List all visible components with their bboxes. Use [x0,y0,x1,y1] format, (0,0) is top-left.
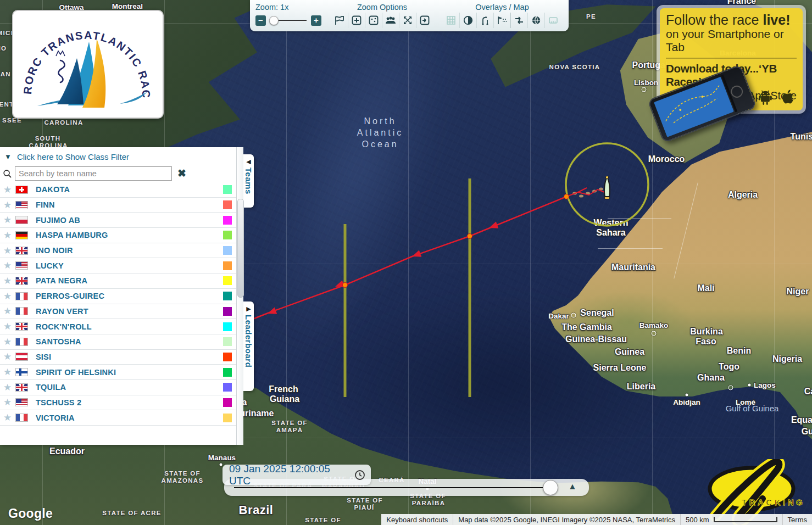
promo-banner[interactable]: Follow the race live! on your Smartphone… [657,5,806,114]
team-row[interactable]: ★ PATA NEGRA [0,273,236,289]
zoom-out-button[interactable]: − [255,15,266,26]
team-name: INO NOIR [36,246,223,255]
google-logo[interactable]: Google [8,506,53,521]
team-name: TQUILA [36,383,223,392]
team-name: SPIRIT OF HELSINKI [36,368,223,377]
map-toolbar: Zoom: 1x − + Zoom Options [250,0,569,31]
team-row[interactable]: ★ PERROS-GUIREC [0,289,236,304]
team-row[interactable]: ★ FINN [0,198,236,213]
team-color-swatch [223,200,232,209]
expand-icon[interactable] [399,13,416,28]
team-list-scrollbar[interactable] [236,147,243,445]
team-color-swatch [223,231,232,239]
favorite-star-icon[interactable]: ★ [3,214,15,226]
team-color-swatch [223,337,232,346]
apple-icon [778,87,795,106]
team-row[interactable]: ★ INO NOIR [0,243,236,259]
favorite-star-icon[interactable]: ★ [3,184,15,196]
scrollbar-thumb[interactable] [237,199,244,298]
route-fork-icon[interactable] [476,13,493,28]
zoom-plus-icon[interactable] [348,13,365,28]
team-name: LUCKY [36,261,223,270]
contrast-icon[interactable] [459,13,476,28]
team-row[interactable]: ★ VICTORIA [0,410,236,426]
team-row[interactable]: ★ TSCHUSS 2 [0,395,236,411]
team-flag-icon [15,201,28,209]
team-row[interactable]: ★ DAKOTA [0,182,236,198]
team-row[interactable]: ★ FUJIMO AB [0,213,236,228]
fleet-icon[interactable] [382,13,399,28]
team-row[interactable]: ★ SPIRIT OF HELSINKI [0,365,236,380]
expand-right-icon: ▶ [246,305,251,312]
team-row[interactable]: ★ SISI [0,350,236,365]
pan-icon[interactable] [416,13,433,28]
attribution-bar: Keyboard shortcuts Map data ©2025 Google… [381,514,812,525]
marker-flags-icon[interactable] [493,13,510,28]
favorite-star-icon[interactable]: ★ [3,199,15,211]
favorite-star-icon[interactable]: ★ [3,245,15,256]
overlays-label: Overlays / Map [443,2,561,13]
grid-icon[interactable] [443,13,459,28]
team-row[interactable]: ★ HASPA HAMBURG [0,228,236,243]
favorite-star-icon[interactable]: ★ [3,366,15,378]
keyboard-shortcuts-link[interactable]: Keyboard shortcuts [381,514,453,525]
zoom-group: Zoom: 1x − + [250,0,326,31]
favorite-star-icon[interactable]: ★ [3,275,15,287]
team-flag-icon [15,186,28,194]
favorite-star-icon[interactable]: ★ [3,382,15,393]
time-slider-track [234,487,555,488]
favorite-star-icon[interactable]: ★ [3,291,15,302]
playback-button[interactable]: ▲ [568,482,577,492]
promo-banner-body: Follow the race live! on your Smartphone… [660,8,803,110]
team-flag-icon [15,338,28,346]
zoom-options-label: Zoom Options [331,2,433,13]
favorite-star-icon[interactable]: ★ [3,412,15,423]
chevron-down-icon: ▼ [4,153,12,161]
map-data-attribution: Map data ©2025 Google, INEGI Imagery ©20… [453,514,680,525]
clear-search-icon[interactable]: ✖ [177,168,186,179]
team-flag-icon [15,231,28,239]
team-row[interactable]: ★ TQUILA [0,380,236,395]
clock-icon[interactable] [354,470,365,481]
zoom-slider[interactable] [270,20,307,21]
team-color-swatch [223,307,232,316]
race-logo-card[interactable]: RORC TRANSATLANTIC RACE [12,10,164,119]
zoom-level-label: Zoom: 1x [255,2,321,13]
favorite-star-icon[interactable]: ★ [3,351,15,362]
tab-leaderboard[interactable]: ▶ Leaderboard [243,301,254,391]
team-row[interactable]: ★ LUCKY [0,258,236,273]
team-name: RAYON VERT [36,307,223,316]
team-name: HASPA HAMBURG [36,231,223,239]
team-flag-icon [15,322,28,331]
team-color-swatch [223,185,232,194]
tab-teams[interactable]: ◀ Teams [243,154,254,208]
zoom-tracks-icon[interactable] [365,13,382,28]
time-slider-knob[interactable] [543,480,558,495]
globe-icon[interactable] [527,13,544,28]
terms-link[interactable]: Terms [782,514,812,525]
team-search-input[interactable] [15,166,172,181]
favorite-star-icon[interactable]: ★ [3,305,15,317]
zoom-in-button[interactable]: + [311,15,321,26]
favorite-star-icon[interactable]: ★ [3,230,15,241]
race-flags-icon[interactable] [331,13,348,28]
team-row[interactable]: ★ ROCK'N'ROLL [0,319,236,334]
zoom-slider-knob[interactable] [269,16,279,25]
team-name: TSCHUSS 2 [36,398,223,407]
team-flag-icon [15,383,28,392]
team-color-swatch [223,292,232,300]
measure-icon[interactable] [544,13,561,28]
favorite-star-icon[interactable]: ★ [3,260,15,271]
country-border [608,218,671,219]
zoom-options-group: Zoom Options [326,0,437,31]
team-flag-icon [15,398,28,406]
search-icon [3,169,12,178]
favorite-star-icon[interactable]: ★ [3,336,15,348]
class-filter-label: Click here to Show Class Filter [17,152,129,161]
favorite-star-icon[interactable]: ★ [3,396,15,408]
shuffle-icon[interactable] [510,13,527,28]
team-row[interactable]: ★ RAYON VERT [0,304,236,320]
favorite-star-icon[interactable]: ★ [3,321,15,332]
team-row[interactable]: ★ SANTOSHA [0,334,236,350]
class-filter-toggle[interactable]: ▼ Click here to Show Class Filter [0,147,236,165]
